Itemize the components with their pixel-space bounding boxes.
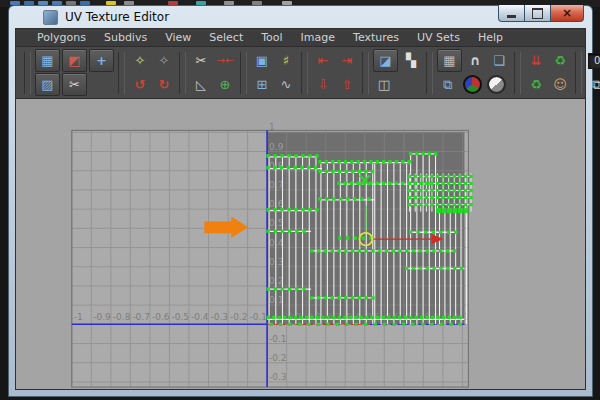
svg-text:-0.3: -0.3: [269, 372, 286, 382]
overlap-display-button[interactable]: ⧉: [437, 74, 459, 95]
shell-border-button[interactable]: ❏: [488, 50, 510, 71]
flip-uv-button[interactable]: ◺: [190, 74, 212, 95]
toolbar-group-layout-tools: ▣♯⊞∿: [251, 50, 297, 96]
menu-item-help[interactable]: Help: [469, 31, 512, 44]
sew-uv-edges-icon: →←: [217, 56, 234, 66]
cut-uv-edges-button[interactable]: ✂: [190, 50, 212, 71]
copy-uv-icon: ⧉: [592, 78, 600, 91]
svg-text:1: 1: [269, 122, 275, 132]
window-title: UV Texture Editor: [65, 10, 169, 24]
rotate-uv-cw-button[interactable]: ↻: [153, 74, 175, 95]
dim-image-button[interactable]: [485, 74, 507, 95]
toolbar-separator: [426, 52, 433, 94]
cut-uv-tool-button[interactable]: ✂: [62, 73, 87, 96]
toolbar-group-transform-tools: ✧✧↺↻: [129, 50, 175, 96]
sew-uv-edges-button[interactable]: →←: [214, 50, 236, 71]
smudge-uv-tool-icon: +: [96, 54, 107, 67]
toolbar-separator: [240, 52, 247, 94]
svg-text:0.8: 0.8: [269, 161, 284, 171]
rotate-uv-ccw-button[interactable]: ↺: [129, 74, 151, 95]
checker-texture-button[interactable]: ▚: [400, 50, 422, 71]
u-coordinate-field[interactable]: 0.286: [588, 53, 600, 69]
uv-snapshot-button[interactable]: ☺: [549, 74, 571, 95]
toolbar-group-view-display: ▦∩❏⧉: [437, 50, 510, 96]
refresh-image-icon: ♻: [530, 78, 542, 91]
align-uv-up-icon: ⇧: [342, 78, 353, 91]
translate-uv-right-icon: ✧: [159, 54, 170, 67]
copy-uv-button[interactable]: ⧉: [586, 74, 600, 95]
cycle-uv-button[interactable]: ⊕: [214, 74, 236, 95]
layout-uv-button[interactable]: ▣: [251, 50, 273, 71]
unfold-uv-icon: ⊞: [257, 78, 268, 91]
align-uv-up-button[interactable]: ⇧: [336, 74, 358, 95]
minimize-button[interactable]: [498, 5, 525, 22]
menu-item-tool[interactable]: Tool: [252, 31, 291, 44]
cycle-uv-icon: ⊕: [220, 78, 231, 91]
menu-item-select[interactable]: Select: [200, 31, 252, 44]
window-content: PolygonsSubdivsViewSelectToolImageTextur…: [15, 28, 586, 390]
align-uv-down-icon: ⇩: [318, 78, 329, 91]
align-uv-down-button[interactable]: ⇩: [312, 74, 334, 95]
toolbar-separator: [118, 52, 125, 94]
rgb-channels-button[interactable]: [461, 74, 483, 95]
uv-canvas-area[interactable]: 10.90.80.70.60.50.40.30.20.1-0.1-0.2-0.3…: [16, 99, 585, 389]
translate-uv-left-button[interactable]: ✧: [129, 50, 151, 71]
flip-image-button[interactable]: ◫: [373, 74, 395, 95]
svg-text:0.4: 0.4: [269, 238, 284, 248]
unfold-uv-button[interactable]: ⊞: [251, 74, 273, 95]
update-psd-button[interactable]: ♻: [549, 50, 571, 71]
translate-uv-right-button[interactable]: ✧: [153, 50, 175, 71]
snap-magnet-button[interactable]: ∩: [464, 50, 486, 71]
uv-editor-viewport[interactable]: 10.90.80.70.60.50.40.30.20.1-0.1-0.2-0.3…: [16, 99, 585, 389]
snap-magnet-icon: ∩: [470, 54, 481, 67]
relax-uv-icon: ∿: [281, 78, 292, 91]
toolbar-separator: [362, 52, 369, 94]
maximize-button[interactable]: [525, 5, 551, 22]
close-button[interactable]: ×: [551, 5, 584, 22]
align-uv-right-button[interactable]: ⇥: [336, 50, 358, 71]
toolbar-separator: [301, 52, 308, 94]
checker-texture-icon: ▚: [406, 54, 416, 67]
rgb-channels-button-icon: [465, 77, 480, 92]
menu-item-subdivs[interactable]: Subdivs: [95, 31, 156, 44]
menu-item-uv-sets[interactable]: UV Sets: [408, 31, 469, 44]
flip-image-icon: ◫: [378, 78, 390, 91]
svg-text:-0.6: -0.6: [152, 312, 170, 322]
svg-text:-1: -1: [74, 312, 83, 322]
toolbar-separator: [514, 52, 521, 94]
svg-text:-0.1: -0.1: [250, 312, 267, 322]
align-uv-left-button[interactable]: ⇤: [312, 50, 334, 71]
menubar: PolygonsSubdivsViewSelectToolImageTextur…: [16, 29, 585, 47]
menu-item-view[interactable]: View: [156, 31, 200, 44]
uv-lattice-tool-button[interactable]: ▦: [35, 49, 60, 72]
toolbar-separator: [179, 52, 186, 94]
svg-text:-0.4: -0.4: [191, 312, 209, 322]
dim-image-button-icon: [489, 77, 504, 92]
svg-text:-0.2: -0.2: [230, 312, 247, 322]
tweak-uv-tool-button[interactable]: ▨: [35, 73, 60, 96]
cut-uv-tool-icon: ✂: [69, 78, 80, 91]
tweak-uv-tool-icon: ▨: [41, 78, 53, 91]
align-uv-left-icon: ⇤: [318, 54, 329, 67]
bake-texture-button[interactable]: ⇊: [525, 50, 547, 71]
svg-text:-0.5: -0.5: [171, 312, 188, 322]
menu-item-polygons[interactable]: Polygons: [28, 31, 95, 44]
refresh-image-button[interactable]: ♻: [525, 74, 547, 95]
titlebar[interactable]: UV Texture Editor ×: [9, 6, 592, 28]
relax-uv-button[interactable]: ∿: [275, 74, 297, 95]
rotate-uv-cw-icon: ↻: [159, 78, 170, 91]
snap-to-grid-icon: ♯: [283, 54, 289, 67]
move-uv-shell-tool-icon: ◩: [68, 54, 80, 67]
menu-item-image[interactable]: Image: [292, 31, 344, 44]
smudge-uv-tool-button[interactable]: +: [89, 49, 114, 72]
toolbar-group-uv-values: 0.2860.387⧉▤▤▤: [586, 50, 600, 96]
move-uv-shell-tool-button[interactable]: ◩: [62, 49, 87, 72]
snap-to-grid-button[interactable]: ♯: [275, 50, 297, 71]
menu-item-textures[interactable]: Textures: [344, 31, 408, 44]
pixel-grid-button[interactable]: ▦: [437, 49, 462, 72]
display-image-icon: ◪: [379, 54, 391, 67]
display-image-button[interactable]: ◪: [373, 49, 398, 72]
uv-lattice-tool-icon: ▦: [41, 54, 53, 67]
overlap-display-icon: ⧉: [443, 78, 452, 91]
toolbar-group-align-tools: ⇤⇥⇩⇧: [312, 50, 358, 96]
